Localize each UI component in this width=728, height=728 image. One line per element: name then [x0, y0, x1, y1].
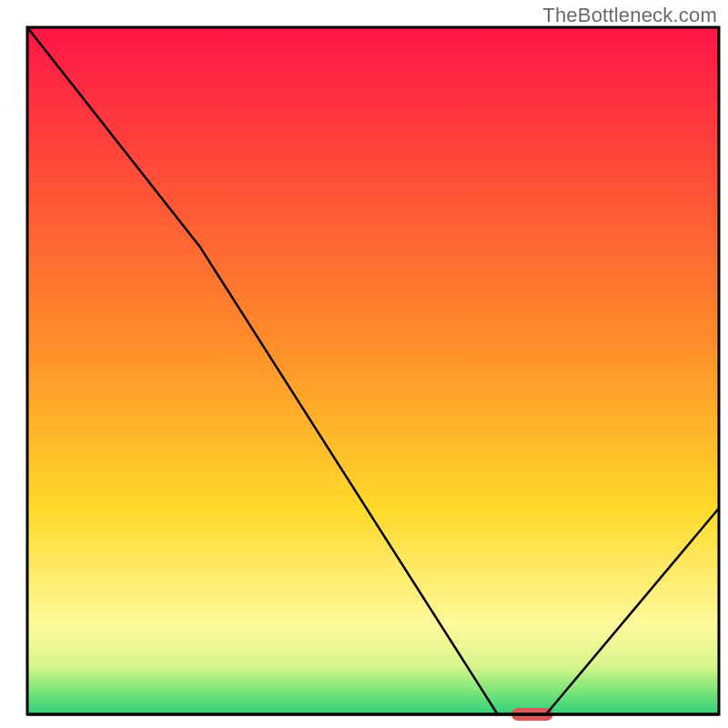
gradient-background — [27, 27, 719, 714]
watermark-text: TheBottleneck.com — [542, 4, 717, 27]
bottleneck-chart — [0, 0, 728, 728]
chart-container: TheBottleneck.com — [0, 0, 728, 728]
